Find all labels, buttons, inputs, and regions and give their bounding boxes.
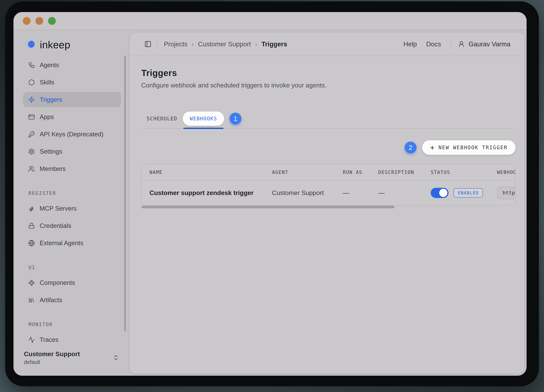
key-icon (28, 131, 35, 138)
tab-webhooks[interactable]: WEBHOOKS (183, 112, 224, 126)
triggers-table: NAME AGENT RUN AS DESCRIPTION STATUS WEB… (141, 164, 515, 205)
user-menu[interactable]: Gaurav Varma (458, 40, 510, 48)
sidebar-item-traces[interactable]: Traces (23, 332, 121, 347)
column-header-status: STATUS (431, 169, 497, 175)
sidebar-item-label: Artifacts (40, 297, 62, 303)
trigger-status-cell: ENABLED (431, 188, 497, 198)
project-switcher[interactable]: Customer Support default (23, 350, 121, 365)
sidebar-item-external-agents[interactable]: External Agents (23, 235, 121, 251)
mcp-icon (28, 205, 35, 212)
sidebar-item-artifacts[interactable]: Artifacts (23, 292, 121, 308)
webhook-url-chip[interactable]: https (497, 186, 515, 199)
gear-icon (28, 148, 35, 155)
column-header-name: NAME (149, 169, 272, 175)
titlebar (13, 12, 526, 30)
sidebar-item-label: Credentials (40, 222, 71, 229)
minimize-window-button[interactable] (35, 17, 43, 25)
user-icon (458, 41, 465, 48)
sidebar-section-ui: UI (29, 265, 121, 270)
demo-step-badge-2[interactable]: 2 (405, 142, 416, 154)
help-link[interactable]: Help (403, 40, 417, 48)
column-header-webhook: WEBHOOK (497, 169, 515, 175)
project-variant: default (24, 359, 80, 365)
sidebar-item-settings[interactable]: Settings (23, 144, 121, 159)
sidebar-item-agents[interactable]: Agents (23, 57, 121, 73)
sidebar-item-label: Traces (40, 336, 59, 343)
header-divider (157, 39, 158, 49)
sidebar-item-apps[interactable]: Apps (23, 109, 121, 125)
sidebar-item-label: Apps (40, 113, 54, 120)
breadcrumb-projects[interactable]: Projects (164, 40, 187, 48)
sidebar-section-register: REGISTER (29, 190, 121, 196)
close-window-button[interactable] (23, 17, 31, 25)
tabs: SCHEDULED WEBHOOKS 1 (141, 106, 515, 129)
users-icon (28, 166, 35, 172)
sidebar-item-label: External Agents (40, 239, 83, 247)
sidebar-section-monitor: MONITOR (29, 321, 121, 327)
sidebar-item-credentials[interactable]: Credentials (23, 218, 121, 233)
status-toggle[interactable] (431, 188, 449, 198)
page-content: Triggers Configure webhook and scheduled… (130, 56, 524, 374)
header-divider (450, 39, 451, 49)
sidebar-item-api-keys[interactable]: API Keys (Deprecated) (23, 127, 121, 142)
trigger-description-cell: — (378, 189, 431, 196)
sidebar-item-label: API Keys (Deprecated) (40, 131, 103, 138)
sidebar-item-label: Triggers (40, 96, 62, 103)
page-title: Triggers (141, 68, 515, 77)
breadcrumb-customer-support[interactable]: Customer Support (198, 40, 251, 48)
trigger-agent-cell: Customer Support (272, 189, 343, 196)
toggle-knob (439, 189, 447, 197)
table-row[interactable]: Customer support zendesk trigger Custome… (142, 181, 515, 205)
sidebar-item-label: MCP Servers (40, 205, 77, 212)
app-window-icon (28, 114, 35, 120)
inkeep-logo-icon (24, 39, 37, 50)
sidebar-item-label: Members (40, 165, 65, 172)
lock-icon (28, 222, 35, 229)
sidebar-item-mcp-servers[interactable]: MCP Servers (23, 201, 121, 216)
activity-icon (28, 336, 35, 343)
globe-icon (28, 240, 35, 246)
column-header-agent: AGENT (272, 169, 343, 175)
tab-scheduled[interactable]: SCHEDULED (141, 116, 183, 121)
sidebar-item-triggers[interactable]: Triggers (23, 92, 121, 107)
tab-webhooks-label: WEBHOOKS (183, 112, 224, 126)
chevron-right-icon: › (255, 41, 257, 48)
new-webhook-trigger-label: NEW WEBHOOK TRIGGER (438, 145, 508, 150)
triggers-table-wrap: NAME AGENT RUN AS DESCRIPTION STATUS WEB… (141, 164, 515, 205)
sidebar-item-components[interactable]: Components (23, 275, 121, 290)
component-icon (28, 279, 35, 286)
trigger-name-cell: Customer support zendesk trigger (149, 189, 272, 196)
active-tab-underline (183, 128, 224, 129)
toolbar: 2 + NEW WEBHOOK TRIGGER (141, 140, 515, 155)
sidebar-item-label: Skills (40, 79, 54, 86)
table-header-row: NAME AGENT RUN AS DESCRIPTION STATUS WEB… (142, 164, 515, 181)
demo-step-badge-1[interactable]: 1 (230, 113, 241, 125)
app-window: inkeep Agents Skills Triggers Apps (13, 12, 526, 376)
new-webhook-trigger-button[interactable]: + NEW WEBHOOK TRIGGER (422, 140, 515, 155)
trigger-run-as-cell: — (343, 189, 378, 196)
sidebar-scrollbar[interactable] (124, 55, 126, 332)
library-icon (28, 297, 35, 303)
status-badge: ENABLED (454, 188, 483, 197)
inkeep-logo: inkeep (23, 39, 121, 50)
plus-icon: + (430, 144, 434, 151)
main-panel: Projects › Customer Support › Triggers H… (129, 32, 525, 374)
brand-name: inkeep (40, 40, 70, 50)
column-header-description: DESCRIPTION (378, 169, 431, 175)
sidebar-item-members[interactable]: Members (23, 161, 121, 176)
table-horizontal-scrollbar[interactable] (142, 206, 394, 208)
sidebar-item-skills[interactable]: Skills (23, 75, 121, 90)
trigger-webhook-cell: https (497, 186, 515, 199)
zap-icon (28, 96, 35, 103)
sidebar-toggle-icon[interactable] (144, 41, 151, 48)
sidebar-item-label: Agents (40, 61, 59, 69)
docs-link[interactable]: Docs (426, 40, 441, 48)
zoom-window-button[interactable] (48, 17, 56, 25)
column-header-run-as: RUN AS (343, 169, 378, 175)
breadcrumb-triggers: Triggers (261, 40, 287, 48)
main-header: Projects › Customer Support › Triggers H… (130, 32, 524, 56)
sidebar-nav: Agents Skills Triggers Apps API Keys (De… (23, 57, 121, 349)
user-name: Gaurav Varma (468, 40, 510, 48)
workflow-icon (28, 62, 35, 68)
project-name: Customer Support (24, 350, 80, 358)
